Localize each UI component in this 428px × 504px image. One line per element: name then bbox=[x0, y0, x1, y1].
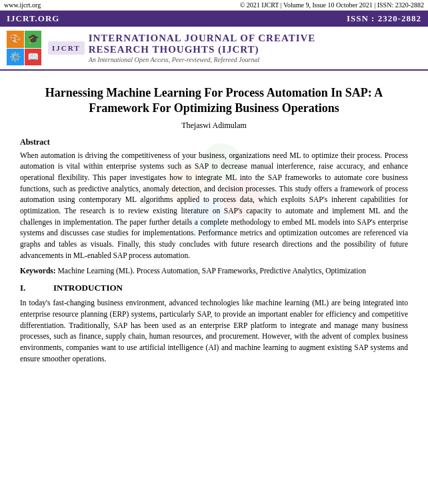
journal-full-name-line1: INTERNATIONAL JOURNAL OF CREATIVE bbox=[89, 33, 316, 44]
website-url: www.ijcrt.org bbox=[4, 1, 41, 9]
logo-cell-red: 📖 bbox=[25, 49, 42, 66]
purple-header: IJCRT.ORG ISSN : 2320-2882 bbox=[0, 11, 428, 27]
introduction-text: In today's fast-changing business enviro… bbox=[20, 297, 408, 364]
top-bar: www.ijcrt.org © 2021 IJCRT | Volume 9, I… bbox=[0, 0, 428, 11]
intro-number: I. bbox=[20, 283, 40, 293]
journal-full-name-line2: RESEARCH THOUGHTS (IJCRT) bbox=[89, 44, 316, 55]
journal-name-left: IJCRT.ORG bbox=[7, 13, 59, 24]
author-name: Thejaswi Adimulam bbox=[20, 121, 408, 131]
main-content: Harnessing Machine Learning For Process … bbox=[0, 71, 428, 371]
logo-icon-grid: 🎨 🎓 ⚙️ 📖 bbox=[7, 31, 41, 65]
keywords-line: Keywords: Machine Learning (ML). Process… bbox=[20, 265, 408, 277]
journal-info: © 2021 IJCRT | Volume 9, Issue 10 Octobe… bbox=[240, 1, 424, 9]
intro-title: INTRODUCTION bbox=[53, 283, 123, 293]
abstract-text: When automation is driving the competiti… bbox=[20, 150, 408, 261]
introduction-heading: I. INTRODUCTION bbox=[20, 283, 408, 293]
issn-right: ISSN : 2320-2882 bbox=[347, 13, 421, 24]
keywords-label: Keywords: bbox=[20, 267, 56, 275]
article-title: Harnessing Machine Learning For Process … bbox=[20, 85, 408, 117]
ijcrt-badge: IJCRT bbox=[48, 41, 85, 55]
keywords-text: Machine Learning (ML). Process Automatio… bbox=[58, 267, 366, 275]
abstract-heading: Abstract bbox=[20, 137, 408, 147]
logo-section: 🎨 🎓 ⚙️ 📖 IJCRT INTERNATIONAL JOURNAL OF … bbox=[0, 27, 428, 71]
logo-cell-blue: ⚙️ bbox=[7, 49, 24, 66]
logo-cell-orange: 🎨 bbox=[7, 31, 24, 48]
logo-text-area: INTERNATIONAL JOURNAL OF CREATIVE RESEAR… bbox=[89, 33, 316, 63]
logo-cell-green: 🎓 bbox=[25, 31, 42, 48]
journal-tagline: An International Open Access, Peer-revie… bbox=[89, 56, 316, 63]
